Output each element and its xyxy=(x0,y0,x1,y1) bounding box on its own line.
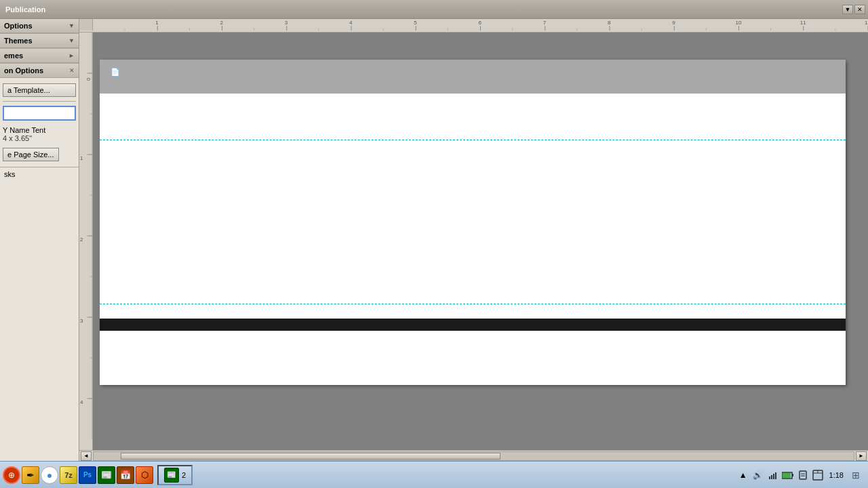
themes-header[interactable]: Themes ▼ xyxy=(0,34,79,48)
template-button[interactable]: a Template... xyxy=(3,83,76,97)
horizontal-ruler: 1 2 3 4 5 6 7 8 xyxy=(93,19,868,30)
tray-icon6[interactable] xyxy=(812,469,824,481)
guide-line-2 xyxy=(100,304,846,304)
options-label: Options xyxy=(4,22,33,30)
horizontal-scrollbar: ◄ ► xyxy=(79,450,868,461)
svg-text:8: 8 xyxy=(608,20,610,26)
active-app-button[interactable]: 📰 2 xyxy=(157,465,193,485)
svg-text:4: 4 xyxy=(349,20,352,26)
publisher-icon[interactable]: 📰 xyxy=(98,466,115,484)
page-header-bar: 📄 xyxy=(100,60,846,94)
cal-symbol: 📅 xyxy=(120,470,131,480)
svg-text:10: 10 xyxy=(735,20,741,26)
svg-rect-59 xyxy=(800,471,806,479)
svg-text:2: 2 xyxy=(220,20,222,26)
svg-rect-57 xyxy=(792,474,793,476)
template-input[interactable] xyxy=(3,106,76,121)
vertical-ruler: 0 1 2 3 4 xyxy=(79,33,93,450)
themes-arrow: ▼ xyxy=(68,37,75,44)
page-size-button[interactable]: e Page Size... xyxy=(3,148,59,161)
ps-symbol: Ps xyxy=(83,471,92,479)
canvas-scroll: 0 1 2 3 4 xyxy=(79,33,868,450)
tasks-area: sks xyxy=(0,167,79,461)
left-panel: Options ▼ Themes ▼ emes ► xyxy=(0,19,79,461)
page-area[interactable]: 📄 xyxy=(93,33,868,450)
svg-text:11: 11 xyxy=(800,20,806,26)
scroll-thumb[interactable] xyxy=(121,453,500,460)
pub-symbol: 📰 xyxy=(101,470,112,480)
svg-text:1: 1 xyxy=(80,155,83,161)
tasks-label: sks xyxy=(4,170,16,178)
svg-text:3: 3 xyxy=(285,20,288,26)
app8-symbol: ⬡ xyxy=(141,470,149,480)
close-button[interactable]: ✕ xyxy=(854,5,865,14)
svg-rect-53 xyxy=(771,475,772,479)
page-canvas: 📄 xyxy=(100,60,846,385)
tray-battery[interactable] xyxy=(782,469,794,481)
guide-line-1 xyxy=(100,140,846,140)
app-title: Publication xyxy=(3,5,842,14)
themes-label: Themes xyxy=(4,37,33,45)
svg-rect-54 xyxy=(773,474,774,479)
pub-options-header: on Options ✕ xyxy=(0,64,79,78)
divider-1 xyxy=(3,101,76,102)
options-arrow: ▼ xyxy=(68,22,75,29)
system-tray: ▲ 🔊 xyxy=(734,468,865,482)
chrome-symbol: ● xyxy=(47,470,52,481)
svg-text:2: 2 xyxy=(80,237,83,243)
pen-icon: ✒ xyxy=(26,470,35,481)
ruler-top: 1 2 3 4 5 6 7 8 xyxy=(79,19,868,33)
content-area: Options ▼ Themes ▼ emes ► xyxy=(0,19,868,461)
svg-rect-55 xyxy=(775,472,776,479)
tray-icon5[interactable] xyxy=(797,469,809,481)
svg-text:12: 12 xyxy=(865,20,868,26)
options-content: a Template... Y Name Tent 4 x 3.65" e Pa… xyxy=(0,78,79,167)
color-schemes-arrow: ► xyxy=(68,52,75,59)
svg-text:7: 7 xyxy=(543,20,546,26)
color-schemes-header[interactable]: emes ► xyxy=(0,49,79,63)
template-name: Y Name Tent xyxy=(3,126,76,134)
title-bar: Publication ▼ ✕ xyxy=(0,0,868,19)
template-info: Y Name Tent 4 x 3.65" xyxy=(3,126,76,142)
minimize-button[interactable]: ▼ xyxy=(842,5,853,14)
svg-text:0: 0 xyxy=(85,77,92,81)
app8-icon[interactable]: ⬡ xyxy=(136,466,153,484)
start-icon: ⊕ xyxy=(8,470,15,480)
resize-indicator: ⊞ xyxy=(849,468,863,482)
pub-options-close[interactable]: ✕ xyxy=(69,67,75,74)
svg-rect-58 xyxy=(783,473,791,478)
start-orb[interactable]: ⊕ xyxy=(3,466,20,484)
pen-tool-icon[interactable]: ✒ xyxy=(22,466,39,484)
scroll-track[interactable] xyxy=(93,451,854,461)
options-section: Options ▼ xyxy=(0,19,79,34)
system-clock: 1:18 xyxy=(827,471,846,479)
svg-rect-52 xyxy=(769,476,770,479)
svg-text:6: 6 xyxy=(478,20,481,26)
scroll-left-button[interactable]: ◄ xyxy=(81,451,92,461)
publication-options-section: on Options ✕ a Template... Y Name Tent 4… xyxy=(0,64,79,167)
page-footer-bar xyxy=(100,319,846,331)
taskbar: ⊕ ✒ ● 7z Ps 📰 📅 ⬡ 📰 2 xyxy=(0,461,868,488)
doc-icon: 📄 xyxy=(111,68,120,77)
photoshop-icon[interactable]: Ps xyxy=(79,466,96,484)
tray-up-arrow[interactable]: ▲ xyxy=(737,469,749,481)
themes-section: Themes ▼ xyxy=(0,34,79,49)
active-app-icon: 📰 xyxy=(164,468,179,483)
tray-speaker[interactable]: 🔊 xyxy=(752,469,764,481)
7zip-icon[interactable]: 7z xyxy=(60,466,77,484)
tray-network[interactable] xyxy=(767,469,779,481)
svg-text:5: 5 xyxy=(414,20,416,26)
options-header[interactable]: Options ▼ xyxy=(0,19,79,33)
scroll-right-button[interactable]: ► xyxy=(856,451,867,461)
chrome-icon[interactable]: ● xyxy=(41,466,58,484)
svg-text:3: 3 xyxy=(80,318,83,324)
calendar-icon[interactable]: 📅 xyxy=(117,466,134,484)
svg-text:9: 9 xyxy=(672,20,675,26)
pub-options-label: on Options xyxy=(4,66,43,75)
canvas-area: 1 2 3 4 5 6 7 8 xyxy=(79,19,868,461)
7zip-symbol: 7z xyxy=(64,471,73,479)
active-app-label: 2 xyxy=(182,471,186,479)
template-size: 4 x 3.65" xyxy=(3,134,76,142)
svg-text:1: 1 xyxy=(155,20,158,26)
color-schemes-label: emes xyxy=(4,52,23,60)
